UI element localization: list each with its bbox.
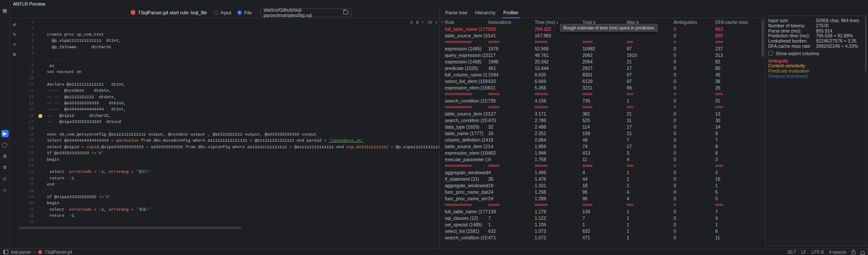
warning-count[interactable]: 2 — [416, 20, 418, 24]
structure-icon[interactable]: ≣ — [1, 152, 9, 160]
profiler-row[interactable]: table_source_item (15…1273.17138121013 — [440, 110, 762, 117]
profiler-row[interactable]: search_condition (1517)4702.78652511030 — [440, 117, 762, 123]
encoding[interactable]: UTF-8 — [812, 250, 824, 255]
file-radio-label[interactable]: File — [244, 10, 252, 15]
code-text: begin — [47, 157, 59, 163]
profiler-cell: data_type (1829) — [445, 124, 488, 129]
profiler-row[interactable] — [440, 39, 762, 45]
profiler-row[interactable]: predicate (1525)46113.444292717080 — [440, 65, 762, 71]
refresh-icon[interactable]: ⇄ — [11, 21, 18, 28]
column-header-dfa-cache-miss[interactable]: DFA cache miss — [715, 20, 760, 25]
profiler-row[interactable]: column_definition (1421)182.06449707 — [440, 136, 762, 143]
profiler-row[interactable]: query_expression (1527)11748.76120621910… — [440, 52, 762, 58]
profiler-row[interactable]: expression_elem (1590)6115.266321199026 — [440, 84, 762, 91]
profiler-cell: 2064 — [582, 59, 627, 64]
profiler-row[interactable] — [440, 104, 762, 110]
profiler-row[interactable]: sql_clauses (12)71.1227104 — [440, 215, 762, 221]
profiler-row[interactable] — [440, 202, 762, 208]
lock-icon[interactable] — [852, 251, 855, 254]
profiler-cell: 7 — [715, 137, 760, 142]
profiler-row[interactable]: search_condition (1516)4711.0724711011 — [440, 234, 762, 241]
bell-icon[interactable] — [861, 251, 865, 254]
editor-horizontal-scrollbar[interactable] — [19, 227, 241, 229]
antlr-preview-icon[interactable]: ▶ — [1, 130, 9, 137]
expert-columns-checkbox[interactable] — [768, 51, 773, 56]
profiler-row[interactable]: search_condition (1519)7354.1587351031 — [440, 97, 762, 104]
profiler-row[interactable]: expression_elem (1589)4021.948413308 — [440, 149, 762, 156]
profiler-cell: 17 — [627, 124, 674, 129]
profiler-cell: 8 — [715, 144, 760, 149]
status-bar: tsql-parser › TSqlParser.g4 30:7LFUTF-84… — [0, 248, 868, 255]
folder-icon[interactable] — [343, 10, 349, 14]
code-line: 30begin — [19, 200, 439, 206]
rules-icon[interactable]: ≡ — [11, 41, 18, 48]
commit-icon[interactable]: ◯ — [1, 141, 9, 149]
profiler-row[interactable]: expression (1498)199820.342206421082 — [440, 58, 762, 65]
settings-icon[interactable]: ⚙ — [11, 51, 18, 58]
line-number: 20 — [19, 138, 34, 144]
line-ending[interactable]: LF — [801, 250, 806, 255]
profiler-row[interactable]: full_table_name (1773)1391.179139107 — [440, 208, 762, 215]
code-editor[interactable]: 123create proc up_com_test4 @p_vipa11111… — [19, 19, 439, 230]
column-header-ambiguities[interactable]: Ambiguities — [674, 20, 715, 25]
ok-count[interactable]: 23 — [428, 20, 432, 24]
stat-label: Prediction time (ms): — [768, 33, 816, 38]
profiler-cell: 7 — [488, 215, 535, 221]
notifications-icon[interactable]: ◇ — [1, 186, 9, 194]
input-file-path-field[interactable]: ebelice/Github/tsql-parser/examples/big.… — [260, 8, 352, 17]
profiler-row[interactable]: func_proc_name_data…241.29895405 — [440, 189, 762, 195]
profiler-cell: 11 — [627, 118, 674, 123]
profiler-row[interactable]: set_special (1485)11.1051101 — [440, 221, 762, 228]
profiler-row[interactable]: aggregate_windowed…41.4954103 — [440, 169, 762, 176]
tab-parse-tree[interactable]: Parse tree — [441, 7, 471, 18]
code-text: return -1 — [47, 213, 74, 219]
profiler-cell: 0 — [674, 150, 715, 156]
profiler-cell: 0 — [674, 157, 715, 162]
input-radio[interactable] — [214, 10, 218, 15]
profiler-row[interactable]: if_statement (31)351.476441015 — [440, 176, 762, 182]
lightbulb-icon[interactable] — [39, 114, 42, 118]
tool-window-toggle-icon[interactable] — [3, 250, 8, 254]
profiler-row[interactable]: aggregate_windowed…181.33118101 — [440, 182, 762, 189]
column-header-invocations[interactable]: Invocations — [488, 20, 535, 25]
show-expert-columns-row[interactable]: Show expert columns — [768, 51, 866, 56]
profiler-row[interactable]: select_list (1581)6321.073632106 — [440, 228, 762, 234]
profiler-scrollbar[interactable] — [762, 20, 764, 57]
profiler-cell: expression_elem (1589) — [445, 150, 488, 156]
antlr-preview-window: ANTLR Preview ▦▶◯≣⚙⚠◇ TSqlParser.g4 star… — [0, 0, 868, 255]
profiler-row[interactable] — [440, 162, 762, 169]
profiler-row[interactable]: expression (1495)197852.99910982970237 — [440, 45, 762, 52]
profiler-cell: 14 — [715, 124, 760, 129]
gutter-icon-zone — [34, 100, 47, 106]
indent[interactable]: 4 spaces — [829, 250, 846, 255]
prev-issue-icon[interactable]: ∧ — [435, 20, 438, 24]
profiler-cell: 11 — [715, 235, 760, 240]
profiler-row[interactable]: table_name (1777)332.2521992109 — [440, 130, 762, 136]
profiler-cell: func_proc_name_data… — [445, 189, 488, 195]
services-icon[interactable]: ⚙ — [1, 164, 9, 171]
tab-hierarchy[interactable]: Hierarchy — [471, 7, 500, 18]
edit-icon[interactable]: ✎ — [11, 31, 18, 38]
file-radio[interactable] — [237, 10, 242, 15]
profiler-row[interactable]: table_source_item (16…141167.9830830 — [440, 32, 762, 39]
tab-profiler[interactable]: Profiler — [500, 7, 523, 18]
breadcrumb-project[interactable]: tsql-parser — [11, 250, 31, 255]
project-icon[interactable]: ▦ — [1, 7, 9, 14]
profiler-cell: 237 — [715, 46, 760, 51]
profiler-row[interactable]: select_list_elem (1592)6326.669612997038 — [440, 78, 762, 84]
profiler-row[interactable]: execute_parameter (1…41.75811403 — [440, 156, 762, 162]
problems-icon[interactable]: ⚠ — [1, 175, 9, 182]
breadcrumb-file[interactable]: TSqlParser.g4 — [45, 250, 72, 255]
profiler-row[interactable]: data_type (1829)322.48811417014 — [440, 123, 762, 130]
stat-value: 795.039 ≈ 92.89% — [816, 33, 853, 38]
profiler-row[interactable] — [440, 91, 762, 97]
profiler-row[interactable]: full_column_name (17…10948.635830197045 — [440, 71, 762, 78]
profiler-row[interactable]: func_proc_name_serv…241.28995405 — [440, 195, 762, 202]
profiler-cell: 6129 — [582, 79, 627, 84]
line-number: 19 — [19, 132, 34, 138]
ok-icon: ✓ — [421, 20, 425, 24]
caret-position[interactable]: 30:7 — [787, 250, 796, 255]
column-header-rule[interactable]: Rule — [445, 20, 488, 25]
profiler-row[interactable]: table_source_item (15…141.959741708 — [440, 143, 762, 149]
input-radio-label[interactable]: Input — [220, 10, 231, 15]
